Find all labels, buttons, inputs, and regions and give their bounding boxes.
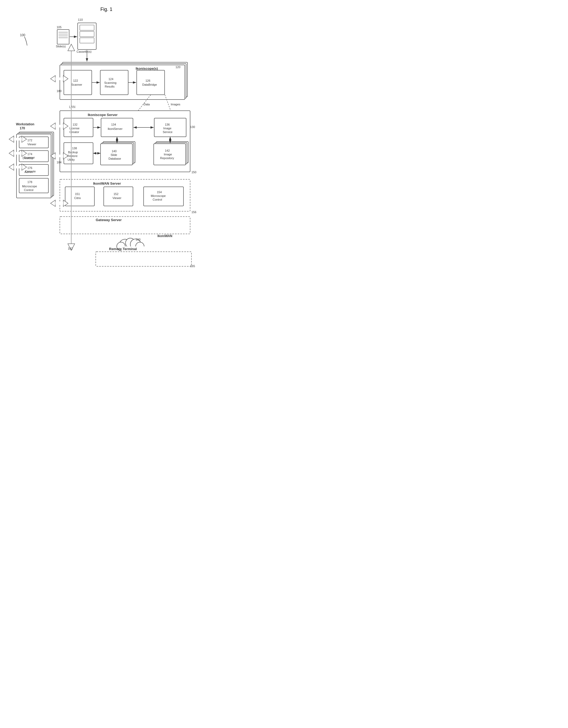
svg-rect-9 <box>80 31 94 37</box>
ref-136: 136 <box>165 123 170 126</box>
ws-left-arrow1 <box>9 136 14 142</box>
ref-172: 172 <box>27 139 32 142</box>
scanner-box <box>64 70 92 95</box>
lan-ikono-connector <box>55 77 63 80</box>
lan-ikoniserver-left-arrow <box>51 123 55 129</box>
lan-gateway-connector <box>55 202 63 205</box>
ref-110: 110 <box>78 18 83 21</box>
ref-180: 180 <box>57 89 61 93</box>
ref-122: 122 <box>73 79 78 82</box>
ref-150: 150 <box>192 171 196 174</box>
ikoniscope-label: Ikoniscope(s) <box>136 67 158 71</box>
ref-134: 134 <box>111 123 116 126</box>
figure-title: Fig. 1 <box>5 7 208 12</box>
svg-rect-8 <box>80 25 94 30</box>
ref-124: 124 <box>109 77 113 81</box>
ref-174-label2: Scanner <box>24 156 35 159</box>
databridge-box <box>137 70 165 95</box>
ref-170: 170 <box>20 126 25 130</box>
ref-178: 178 <box>27 180 32 184</box>
ref-174: 174 <box>27 152 32 156</box>
ref-138: 138 <box>72 147 77 150</box>
ws-left-arrow2 <box>9 150 14 156</box>
ref-124-label2: Results <box>105 85 115 88</box>
ref-100-arrow <box>24 37 27 45</box>
lan-gateway-left-arrow <box>51 200 55 206</box>
ref-154-label: Microscope <box>151 194 166 197</box>
lan-ws-connector <box>55 155 63 157</box>
ref-136-label: Image <box>163 127 172 130</box>
ref-110-label: Cassette(s) <box>77 50 92 53</box>
svg-rect-10 <box>80 38 94 43</box>
ref-176: 176 <box>27 166 32 169</box>
ref-178-label: Microscope <box>22 185 37 188</box>
ref-152: 152 <box>114 192 118 196</box>
ref-178-label2: Control <box>24 188 33 192</box>
ws-connector1 <box>14 138 22 140</box>
ref-105-label: Slide(s) <box>56 45 66 48</box>
ref-130: 130 <box>190 125 195 129</box>
ref-176-label2: Console <box>25 170 36 173</box>
ref-124-label: Scanning <box>104 81 117 84</box>
ref-151-label: Citrix <box>74 196 81 200</box>
lan-ikoniserver-connector <box>55 125 63 127</box>
ref-172-label: Viewer <box>27 143 36 146</box>
lan-up-arrow <box>68 44 75 51</box>
ref-126-label: DataBridge <box>142 83 157 86</box>
ref-151: 151 <box>75 192 80 196</box>
ikoniwan-label: IkoniWAN <box>158 234 172 238</box>
ws-connector3 <box>14 166 22 168</box>
ref-138-label: Backup <box>68 151 78 154</box>
ws-left-arrow3 <box>9 164 14 170</box>
ikoniscope-server-label: Ikoniscope Server <box>88 113 118 117</box>
data-label: Data <box>144 103 150 106</box>
ref-154: 154 <box>157 191 162 194</box>
ref-136-label2: Service <box>163 130 173 134</box>
gateway-server-outer-box <box>60 217 190 234</box>
ref-100-label: 100 <box>20 33 25 37</box>
ref-120: 120 <box>176 65 180 69</box>
ref-126: 126 <box>146 79 150 82</box>
ref-165: 165 <box>190 264 195 268</box>
ref-132-label2: Creator <box>69 130 79 134</box>
ref-142: 142 <box>165 149 170 152</box>
page: Fig. 1 100 <box>0 0 213 273</box>
workstation-label: Workstation <box>16 122 34 126</box>
ref-184: 184 <box>57 161 61 164</box>
ref-182: 182 <box>68 247 73 250</box>
lan-label: LAN <box>69 105 75 109</box>
ikoniwan-server-label: IkoniWAN Server <box>93 181 121 185</box>
lan-ikono-left-arrow <box>51 76 55 82</box>
ref-140-label: Slide <box>111 153 117 156</box>
remote-terminal-label: Remote Terminal <box>109 247 137 251</box>
main-diagram: 100 105 Slide(s) 110 Cassette(s) <box>5 15 208 268</box>
ref-140: 140 <box>112 150 117 153</box>
ref-140-label2: Database <box>109 157 121 160</box>
ref-132: 132 <box>73 123 77 126</box>
remote-terminal-box <box>96 252 192 266</box>
ref-142-label2: Repository <box>160 156 174 160</box>
ref-134-label: IkoniServer <box>108 127 123 130</box>
ref-105: 105 <box>57 26 61 29</box>
ws-connector2 <box>14 152 22 155</box>
diagram-svg: 100 105 Slide(s) 110 Cassette(s) <box>5 15 208 268</box>
ref-154-label2: Control <box>153 198 162 201</box>
ref-160: 160 <box>136 238 140 241</box>
ref-156: 156 <box>192 210 196 214</box>
ref-152-label: Viewer <box>113 196 122 200</box>
images-label: Images <box>171 103 181 106</box>
ref-122-label: Scanner <box>71 83 82 86</box>
ref-132-label: License <box>69 127 80 130</box>
slides-box <box>57 30 69 44</box>
ref-142-label: Image <box>164 153 172 156</box>
ref-138-label2: Restore <box>67 154 78 158</box>
gateway-server-label: Gateway Server <box>96 218 122 222</box>
